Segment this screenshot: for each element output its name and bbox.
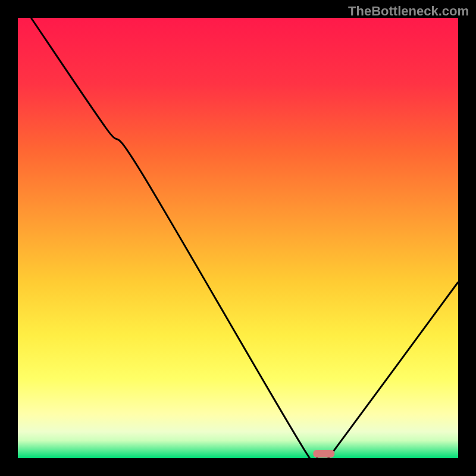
chart-container: TheBottleneck.com <box>0 0 476 476</box>
bottleneck-chart <box>0 0 476 476</box>
watermark-text: TheBottleneck.com <box>348 4 469 19</box>
chart-background <box>18 18 458 458</box>
optimal-marker <box>313 450 334 458</box>
